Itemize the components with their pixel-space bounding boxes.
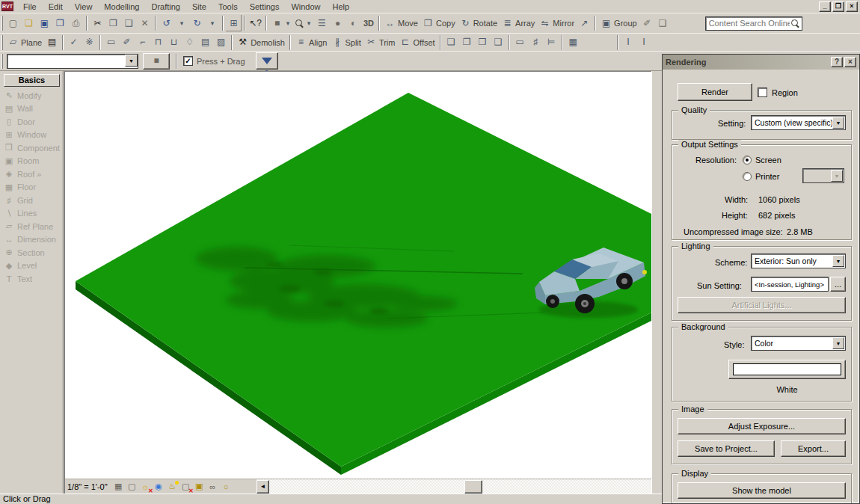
scroll-left-button[interactable]: ◄ (257, 480, 269, 494)
background-style-select[interactable]: Color ▼ (751, 336, 846, 351)
chevron-down-icon[interactable]: ▼ (832, 117, 844, 129)
restore-button[interactable]: ❐ (832, 1, 844, 12)
rendering-dialog-titlebar[interactable]: Rendering ? × (663, 55, 859, 70)
ibeam-1-button[interactable]: Ⅰ (621, 34, 636, 51)
paste-tool-1-button[interactable]: ❏ (443, 34, 459, 51)
edit-tool-3-button[interactable]: ⊨ (544, 34, 559, 51)
sun-setting-field[interactable]: <In-session, Lighting> (751, 277, 829, 292)
render-region-off-icon[interactable]: ▢ (179, 481, 192, 493)
model-graphics-button[interactable]: ◐ (345, 15, 361, 31)
tile-windows-button[interactable]: ⊞ (226, 15, 242, 31)
demolish-button[interactable]: ⚒Demolish (235, 34, 287, 51)
sidebar-item-modify[interactable]: ⇖Modify (0, 89, 64, 102)
edit-tool-2-button[interactable]: ♯ (528, 34, 544, 51)
undo-dropdown[interactable]: ▾ (174, 15, 189, 31)
sidebar-item-grid[interactable]: ♯Grid (0, 194, 64, 207)
sidebar-item-text[interactable]: TText (0, 272, 64, 286)
drafting-tool-6-button[interactable]: ♢ (182, 34, 197, 51)
daylight-icon[interactable]: ○ (220, 481, 233, 493)
adjust-exposure-button[interactable]: Adjust Exposure... (678, 418, 846, 434)
sidebar-tab-basics[interactable]: Basics (4, 74, 60, 87)
array-button[interactable]: ≣Array (500, 15, 537, 31)
paste-tool-4-button[interactable]: ❑ (491, 34, 506, 51)
printer-dpi-select[interactable]: ▼ (802, 168, 844, 183)
pin-button[interactable]: ✐ (639, 15, 655, 31)
link-button[interactable]: ❑ (655, 15, 671, 31)
zoom-button[interactable]: ▾ (293, 15, 314, 31)
sun-setting-browse-button[interactable]: ... (830, 277, 846, 292)
chevron-down-icon[interactable]: ▼ (831, 170, 843, 182)
redo-button[interactable]: ↻ (189, 15, 205, 31)
wall-tool-button[interactable]: ▤ (44, 34, 60, 51)
scheme-select[interactable]: Exterior: Sun only ▼ (751, 253, 846, 268)
menu-file[interactable]: File (17, 1, 43, 12)
close-button[interactable]: × (846, 1, 858, 12)
line-color-button[interactable]: ■▾ (269, 15, 293, 31)
save-button[interactable]: ▣ (37, 15, 52, 31)
detail-level-icon[interactable]: ▢ (126, 481, 138, 493)
trim-button[interactable]: ✂Trim (363, 34, 398, 51)
menu-view[interactable]: View (69, 1, 99, 12)
drafting-tool-5-button[interactable]: ⊔ (166, 34, 182, 51)
toolbar-grip[interactable] (1, 35, 3, 50)
export-button[interactable]: Export... (781, 440, 846, 457)
open-button[interactable]: ❏ (21, 15, 37, 31)
drafting-tool-2-button[interactable]: ✐ (119, 34, 135, 51)
copy-tool-button[interactable]: ❐Copy (420, 15, 458, 31)
menu-help[interactable]: Help (327, 1, 356, 12)
type-selector-field[interactable] (7, 54, 138, 69)
shadows-off-icon[interactable]: ☼ (139, 481, 152, 493)
drafting-tool-7-button[interactable]: ▤ (197, 34, 213, 51)
sidebar-item-floor[interactable]: ▦Floor (0, 181, 64, 194)
sidebar-item-wall[interactable]: ▤Wall (0, 102, 64, 116)
thin-lines-button[interactable]: ☰ (314, 15, 330, 31)
minimize-button[interactable]: _ (819, 1, 831, 12)
sidebar-item-level[interactable]: ◆Level (0, 259, 64, 273)
rotate-button[interactable]: ↻Rotate (458, 15, 500, 31)
offset-button[interactable]: ⊏Offset (397, 34, 437, 51)
move-button[interactable]: ↔Move (382, 15, 420, 31)
dialog-help-button[interactable]: ? (831, 57, 843, 67)
chevron-down-icon[interactable]: ▼ (832, 255, 844, 267)
region-checkbox[interactable] (758, 87, 767, 97)
quality-setting-select[interactable]: Custom (view specific) ▼ (751, 115, 846, 130)
properties-button[interactable]: ■ (143, 53, 170, 70)
save-all-button[interactable]: ❐ (52, 15, 68, 31)
drawing-area[interactable]: 1/8" = 1'-0" ▦ ▢ ☼ ◉ ♨ ▢ ▣ ∞ ○ ◄ (64, 71, 651, 494)
artificial-lights-button[interactable]: Artificial Lights... (678, 297, 846, 313)
type-selector[interactable]: ▼ (7, 54, 138, 69)
view-scale[interactable]: 1/8" = 1'-0" (67, 482, 108, 491)
toolbar-grip[interactable] (1, 54, 3, 69)
show-model-button[interactable]: Show the model (678, 482, 846, 499)
sidebar-item-ref-plane[interactable]: ▱Ref Plane (0, 220, 64, 233)
sidebar-item-room[interactable]: ▣Room (0, 155, 64, 168)
sidebar-item-roof[interactable]: ◈Roof » (0, 168, 64, 181)
menu-modelling[interactable]: Modelling (98, 1, 145, 12)
work-plane-button[interactable]: ▱Plane (5, 34, 44, 51)
horizontal-scroll-thumb[interactable] (464, 480, 482, 494)
render-dialog-icon[interactable]: ▣ (193, 481, 206, 493)
horizontal-scrollbar[interactable]: ◄ (257, 479, 651, 494)
toolbar-grip[interactable] (1, 16, 3, 31)
drafting-tool-4-button[interactable]: ⊓ (150, 34, 166, 51)
paste-tool-2-button[interactable]: ❐ (459, 34, 475, 51)
redo-dropdown[interactable]: ▾ (205, 15, 220, 31)
vertical-scrollbar[interactable] (651, 71, 662, 494)
glasses-icon[interactable]: ∞ (206, 481, 219, 493)
copy-button[interactable]: ❐ (105, 15, 121, 31)
content-search-input[interactable] (706, 17, 802, 30)
shaded-view-button[interactable]: ● (330, 15, 345, 31)
edit-tool-1-button[interactable]: ▭ (512, 34, 528, 51)
sidebar-item-section[interactable]: ⊕Section (0, 246, 64, 259)
press-drag-checkbox[interactable]: ✓ (183, 56, 193, 66)
tag-button[interactable]: ※ (82, 34, 97, 51)
save-to-project-button[interactable]: Save to Project... (678, 440, 775, 457)
render-button[interactable]: Render (678, 83, 752, 101)
shading-icon[interactable]: ◉ (153, 481, 165, 493)
paste-button[interactable]: ❑ (121, 15, 137, 31)
menu-tools[interactable]: Tools (212, 1, 244, 12)
rendered-3d-view[interactable] (65, 72, 651, 479)
sidebar-item-door[interactable]: ▯Door (0, 115, 64, 129)
paste-tool-3-button[interactable]: ❒ (475, 34, 491, 51)
undo-button[interactable]: ↺ (159, 15, 174, 31)
